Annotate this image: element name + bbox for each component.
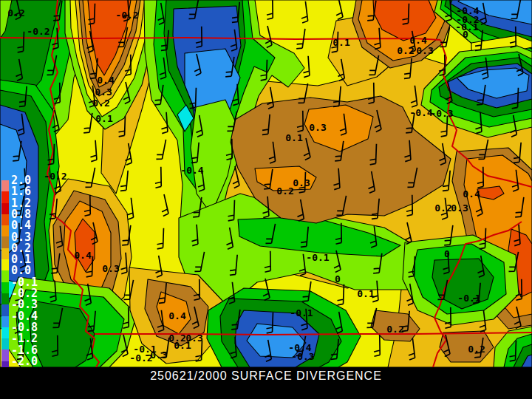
contour-label: 0.2 bbox=[434, 202, 451, 214]
contour-label: 0.4 bbox=[97, 75, 115, 86]
contour-label: 0.2 bbox=[276, 185, 293, 197]
title-text: 250621/2000 SURFACE DIVERGENCE bbox=[150, 369, 382, 383]
contour-label: 0.2 bbox=[7, 7, 24, 18]
contour-label: 0.3 bbox=[293, 177, 310, 188]
contour-label: 0.1 bbox=[174, 340, 191, 351]
contour-label: 0.1 bbox=[285, 132, 303, 143]
weather-display-window: 0.2-0.2-0.20.40.30.20.10.10.40.20.3-0.4-… bbox=[0, 0, 532, 399]
contour-label: -0.2 bbox=[27, 26, 50, 37]
title-bar: 250621/2000 SURFACE DIVERGENCE bbox=[0, 367, 532, 399]
contour-label: 0.4 bbox=[168, 310, 186, 321]
contour-label: 0.4 bbox=[463, 188, 480, 200]
contour-label: -0.4 bbox=[180, 165, 203, 176]
contour-label: 0.3 bbox=[95, 86, 112, 98]
contour-label: 0.3 bbox=[451, 202, 468, 214]
contour-label: 0.3 bbox=[102, 263, 119, 274]
contour-label: -0.1 bbox=[306, 252, 329, 263]
contour-label: -0.2 bbox=[129, 352, 152, 364]
contour-label: 0.4 bbox=[409, 35, 427, 46]
divergence-map-canvas[interactable]: 0.2-0.2-0.20.40.30.20.10.10.40.20.3-0.4-… bbox=[0, 0, 532, 367]
contour-label: -0.2 bbox=[44, 171, 66, 182]
contour-label: 0.1 bbox=[332, 37, 350, 48]
contour-label: 0.1 bbox=[95, 113, 113, 124]
contour-label: 0.1 bbox=[357, 288, 375, 299]
contour-label: 0 bbox=[463, 29, 468, 40]
contour-label: 0.4 bbox=[74, 250, 92, 261]
contour-label: 0.2 bbox=[386, 324, 403, 335]
contour-label: -0.4 bbox=[409, 107, 432, 118]
contour-label: 0.3 bbox=[309, 122, 326, 133]
contour-label: -0.1 bbox=[290, 307, 313, 318]
contour-fills bbox=[0, 0, 532, 367]
contour-label: -0.3 bbox=[430, 108, 453, 119]
contour-label: 0 bbox=[335, 273, 341, 284]
contour-label: 0.3 bbox=[416, 45, 433, 56]
contour-label: 0 bbox=[444, 248, 450, 259]
